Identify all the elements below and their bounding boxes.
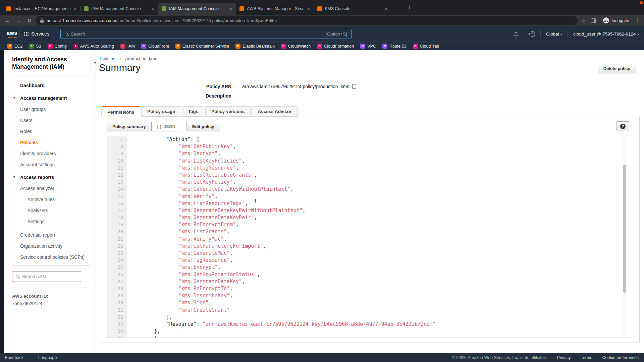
favorite-service-link[interactable]: C CloudFormation <box>317 44 354 49</box>
language-link[interactable]: Language <box>38 355 57 360</box>
search-shortcut: [Option+S] <box>326 32 347 37</box>
sidebar-item[interactable]: Dashboard <box>12 83 90 88</box>
code-line: 8 "kms:GetPublicKey", <box>107 143 630 150</box>
notifications-bell-icon[interactable] <box>514 32 518 36</box>
browser-tab[interactable]: Instances | EC2 Management C × <box>3 3 80 15</box>
favorite-service-link[interactable]: C CloudFront <box>141 44 169 49</box>
json-policy-editor[interactable]: 7▾ "Action": [8 "kms:GetPublicKey",9 "km… <box>107 136 630 338</box>
code-line: 35▾ { <box>107 335 630 338</box>
policy-tab[interactable]: Policy versions <box>205 106 251 117</box>
sidebar-item[interactable]: Identity providers <box>12 151 90 156</box>
services-menu[interactable]: Services <box>31 31 49 37</box>
favorite-service-label: Config <box>55 44 67 49</box>
browser-tab[interactable]: IAM Management Console × <box>80 3 158 15</box>
browser-tab[interactable]: KMS Console × <box>314 3 392 15</box>
favorite-service-link[interactable]: V VPC <box>360 44 376 49</box>
favorite-service-link[interactable]: E Elastic Container Service <box>175 44 229 49</box>
search-icon <box>16 275 19 278</box>
privacy-link[interactable]: Privacy <box>557 355 571 360</box>
favorite-service-link[interactable]: I IAM <box>120 44 135 49</box>
sidebar-item[interactable]: User groups <box>12 107 90 112</box>
aws-top-nav: aws Services Search [Option+S] ? Global▾… <box>0 26 644 42</box>
aws-logo[interactable]: aws <box>7 30 17 36</box>
braces-icon: { } <box>157 124 162 129</box>
sidebar-item[interactable]: Settings <box>12 219 90 224</box>
tab-close-icon[interactable]: × <box>384 6 388 11</box>
code-line: 23 "kms:GenerateMac", <box>107 250 630 257</box>
browser-menu-icon[interactable]: ⋮ <box>634 17 641 23</box>
sidebar-item[interactable]: Access reports <box>12 175 90 180</box>
policy-tab[interactable]: Tags <box>182 106 205 117</box>
browser-tab[interactable]: IAM Management Console × <box>158 3 236 15</box>
policy-tab[interactable]: Policy usage <box>141 106 181 117</box>
back-icon[interactable]: ← <box>3 18 12 23</box>
forward-icon[interactable]: → <box>14 18 23 23</box>
sidebar-item[interactable]: Analyzers <box>12 208 90 213</box>
policy-summary-button[interactable]: Policy summary <box>107 122 152 131</box>
description-label: Description <box>95 93 231 99</box>
delete-policy-button[interactable]: Delete policy <box>598 64 636 73</box>
bookmark-star-icon[interactable]: ☆ <box>581 17 586 24</box>
copyright-text: © 2023, Amazon Web Services, Inc. or its… <box>452 355 547 360</box>
tab-title: Instances | EC2 Management C <box>13 6 70 11</box>
code-line: 16 "kms:ListResourceTags", <box>107 200 630 207</box>
edit-policy-button[interactable]: Edit policy <box>186 122 220 131</box>
new-tab-button[interactable]: + <box>405 3 414 13</box>
editor-scrollbar-thumb[interactable] <box>623 165 626 293</box>
sidebar-item[interactable]: Users <box>12 118 90 123</box>
cookie-preferences-link[interactable]: Cookie preferences <box>602 355 639 360</box>
help-circle-icon[interactable]: ? <box>529 31 535 37</box>
terms-link[interactable]: Terms <box>581 355 592 360</box>
breadcrumb-policies-link[interactable]: Policies <box>100 56 115 61</box>
account-menu[interactable]: cloud_user @ 7595-7962-9124▾ <box>573 32 639 37</box>
view-toggle-group: Policy summary { }JSON Edit policy <box>107 122 220 131</box>
sidebar-item[interactable]: Credential report <box>12 232 90 238</box>
favorite-service-link[interactable]: E Elastic Beanstalk <box>235 44 274 49</box>
code-line: 30 "kms:Sign", <box>107 299 630 306</box>
reload-icon[interactable]: ↻ <box>25 17 34 23</box>
favorite-service-link[interactable]: C CloudTrail <box>413 44 439 49</box>
aws-search-input[interactable]: Search [Option+S] <box>60 29 352 39</box>
favorite-service-label: CloudTrail <box>420 44 439 49</box>
sidebar-item[interactable]: Service control policies (SCPs) <box>12 254 90 260</box>
tab-title: AWS Systems Manager - Sessi <box>247 6 304 11</box>
service-icon: C <box>141 44 146 49</box>
search-iam-input[interactable]: Search IAM <box>12 271 81 282</box>
tab-close-icon[interactable]: × <box>307 6 311 11</box>
tab-close-icon[interactable]: × <box>73 6 77 11</box>
sidebar-item[interactable]: Policies <box>12 140 90 145</box>
sidebar-item[interactable]: Roles <box>12 129 90 134</box>
copy-icon[interactable] <box>352 84 356 89</box>
url-domain: us-east-1.console.aws.amazon.com <box>47 18 116 23</box>
side-panel-icon[interactable] <box>591 18 596 23</box>
browser-tab[interactable]: AWS Systems Manager - Sessi × <box>236 3 314 15</box>
tab-close-icon[interactable]: × <box>229 6 233 11</box>
json-view-button[interactable]: { }JSON <box>152 122 181 131</box>
sidebar-item[interactable]: Access analyzer <box>12 186 90 191</box>
favorite-service-link[interactable]: C CloudWatch <box>281 44 311 49</box>
favorite-service-link[interactable]: C Config <box>48 44 67 49</box>
sidebar-item[interactable]: Account settings <box>12 162 90 167</box>
sidebar-item[interactable]: Access management <box>12 96 90 101</box>
policy-arn-value: arn:aws:iam::759579629124:policy/product… <box>242 84 349 89</box>
feedback-link[interactable]: Feedback <box>5 355 23 360</box>
favorite-service-link[interactable]: E EC2 <box>7 44 22 49</box>
sidebar-item[interactable]: Archive rules <box>12 197 90 202</box>
breadcrumb-current: production_kms <box>125 56 157 61</box>
tab-favicon <box>239 6 244 11</box>
favorite-service-link[interactable]: R Route 53 <box>382 44 407 49</box>
favorite-service-link[interactable]: A AWS Auto Scaling <box>73 44 114 49</box>
policy-tab[interactable]: Access Advisor <box>252 106 298 117</box>
code-line: 10 "kms:ListKeyPolicies", <box>107 158 630 165</box>
favorite-service-label: CloudFormation <box>324 44 354 49</box>
services-grid-icon[interactable] <box>24 32 29 36</box>
sidebar-item[interactable]: Organization activity <box>12 243 90 249</box>
editor-help-button[interactable]: ? <box>616 121 629 131</box>
favorite-service-link[interactable]: S S3 <box>29 44 41 49</box>
address-bar[interactable]: us-east-1.console.aws.amazon.com/iam/hom… <box>36 16 578 25</box>
code-line: 20 "kms:ListGrants", <box>107 228 630 235</box>
region-selector[interactable]: Global▾ <box>546 32 562 37</box>
tab-close-icon[interactable]: × <box>151 6 155 11</box>
chevron-down-icon: ▾ <box>637 33 639 36</box>
policy-tab[interactable]: Permissions <box>101 106 140 117</box>
